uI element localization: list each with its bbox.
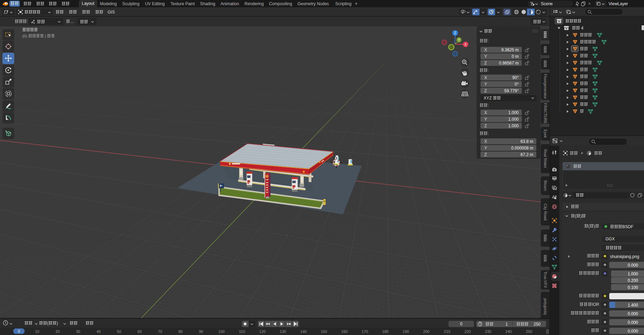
svg-text:Z: Z	[454, 31, 456, 35]
svg-text:X: X	[465, 43, 467, 46]
svg-text:Y: Y	[458, 38, 460, 42]
